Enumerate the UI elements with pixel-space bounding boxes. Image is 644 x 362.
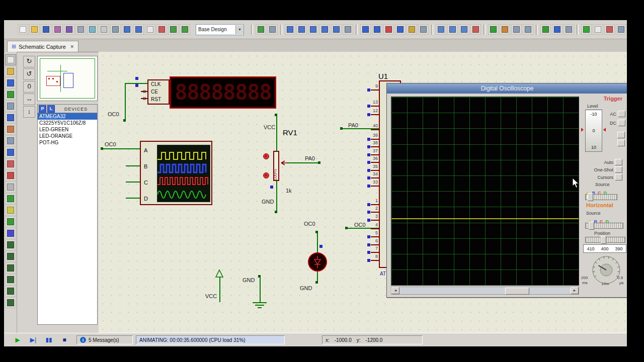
undo-icon[interactable] (360, 24, 371, 35)
import-section-icon[interactable] (52, 24, 63, 35)
instant-edit-mode-icon[interactable] (5, 135, 16, 146)
play-button[interactable]: ▶ (11, 335, 24, 344)
zoom-all-icon[interactable] (319, 24, 330, 35)
device-list-item[interactable]: ATMEGA32 (38, 113, 97, 120)
block-move-icon[interactable] (447, 24, 458, 35)
device-list-item[interactable]: C3225Y5V1C106Z/8 (38, 120, 97, 126)
design-root-dropdown[interactable]: Base Design ▾ (196, 24, 244, 35)
dropdown-arrow-icon[interactable]: ▾ (235, 25, 244, 34)
circle-2d-mode-icon[interactable] (5, 262, 16, 274)
block-delete-icon[interactable] (470, 24, 481, 35)
make-device-icon[interactable] (500, 24, 510, 35)
virtual-instrument-mode-icon[interactable] (5, 228, 16, 239)
cursors-button[interactable] (615, 174, 622, 180)
rotation-angle-field[interactable]: 0 (23, 81, 35, 93)
device-list-item[interactable]: LED-GREEN (38, 126, 97, 133)
trigger-source-slider[interactable] (585, 194, 617, 200)
waveform-generator-component[interactable]: ABCD (140, 141, 212, 205)
stop-button[interactable]: ■ (58, 335, 71, 344)
horizontal-position-values[interactable]: 410400390 (583, 244, 626, 253)
export-section-icon[interactable] (64, 24, 74, 35)
copy-clipboard-icon[interactable] (418, 24, 429, 35)
cut-icon[interactable] (383, 24, 394, 35)
tab-close-icon[interactable]: × (70, 43, 74, 50)
redo-icon[interactable] (372, 24, 382, 35)
rotate-clockwise-button[interactable]: ↻ (23, 56, 35, 67)
save-design-icon[interactable] (41, 24, 51, 35)
snap-toggle-icon[interactable] (267, 24, 278, 35)
rotate-anticlockwise-button[interactable]: ↺ (23, 68, 35, 80)
message-status[interactable]: i 5 Message(s) (76, 335, 133, 344)
pick-parts-icon[interactable] (488, 24, 499, 35)
generator-mode-icon[interactable] (5, 193, 16, 204)
scroll-track[interactable] (399, 288, 571, 294)
next-sheet-icon[interactable] (180, 24, 190, 35)
open-design-icon[interactable] (29, 24, 40, 35)
seven-seg-display[interactable]: 88888888 (170, 76, 276, 109)
device-pin-mode-icon[interactable] (5, 158, 16, 169)
design-explorer-icon[interactable] (581, 24, 592, 35)
new-sheet-icon[interactable] (145, 24, 155, 35)
zoom-sheet-icon[interactable] (343, 24, 353, 35)
auto-button[interactable] (615, 159, 622, 165)
subcircuit-mode-icon[interactable] (5, 124, 16, 135)
device-list[interactable]: ATMEGA32C3225Y5V1C106Z/8LED-GREENLED-ORA… (37, 113, 98, 325)
zoom-in-icon[interactable] (296, 24, 307, 35)
new-root-sheet-icon[interactable] (593, 24, 603, 35)
toggle-false-origin-icon[interactable] (122, 24, 132, 35)
scroll-left-icon[interactable]: ◄ (391, 287, 399, 294)
oscilloscope-titlebar[interactable]: Digital Oscilloscope (387, 83, 627, 94)
line-2d-mode-icon[interactable] (5, 239, 16, 250)
zoom-out-icon[interactable] (308, 24, 318, 35)
mark-output-area-icon[interactable] (87, 24, 98, 35)
wire-label-mode-icon[interactable] (5, 89, 16, 100)
remove-sheet-icon[interactable] (604, 24, 615, 35)
scroll-thumb[interactable] (505, 288, 529, 295)
set-paper-size-icon[interactable] (99, 24, 109, 35)
view-redraw-icon[interactable] (256, 24, 266, 35)
selection-mode-icon[interactable] (5, 54, 16, 65)
schematic-canvas[interactable]: OC0OC0VCCRV1PA01kGNDPA0OC0OC0GNDGNDVCCU1… (99, 52, 627, 333)
path-2d-mode-icon[interactable] (5, 286, 16, 297)
pot-increase-button[interactable] (263, 153, 269, 159)
ac-coupling-button[interactable] (618, 111, 625, 117)
dc-coupling-button[interactable] (618, 120, 625, 126)
scroll-right-icon[interactable]: ► (571, 287, 579, 294)
print-design-icon[interactable] (75, 24, 86, 35)
packaging-tool-icon[interactable] (511, 24, 522, 35)
text-script-mode-icon[interactable] (5, 101, 16, 112)
inter-sheet-terminal-mode-icon[interactable] (5, 147, 16, 158)
wire-autorouter-icon[interactable] (540, 24, 551, 35)
one-shot-button[interactable] (615, 166, 622, 173)
toggle-grid-icon[interactable] (110, 24, 121, 35)
horizontal-position-slider[interactable] (585, 237, 625, 243)
zoom-to-child-icon[interactable] (616, 24, 626, 35)
copy-icon[interactable] (395, 24, 406, 35)
led-component[interactable] (308, 252, 327, 272)
property-assignment-icon[interactable] (564, 24, 574, 35)
tape-recorder-mode-icon[interactable] (5, 182, 16, 193)
graph-mode-icon[interactable] (5, 170, 16, 181)
x-cursor-toggle-icon[interactable] (133, 24, 144, 35)
oscilloscope-window[interactable]: Digital Oscilloscope Trigger Level -1001… (386, 83, 627, 298)
box-2d-mode-icon[interactable] (5, 251, 16, 262)
horizontal-source-slider[interactable] (585, 223, 623, 229)
pot-decrease-button[interactable] (263, 172, 269, 178)
device-list-item[interactable]: POT-HG (38, 139, 97, 146)
new-design-icon[interactable] (18, 24, 28, 35)
mirror-horizontal-button[interactable]: ↔ (23, 94, 35, 105)
overview-minimap[interactable] (37, 56, 98, 101)
block-copy-icon[interactable] (436, 24, 446, 35)
mirror-vertical-button[interactable]: ↕ (23, 106, 35, 118)
text-2d-mode-icon[interactable] (5, 297, 16, 308)
trigger-level-wheel[interactable]: -10010 (585, 110, 602, 152)
pick-devices-button[interactable]: P (39, 105, 46, 113)
delete-sheet-icon[interactable] (156, 24, 167, 35)
library-manager-button[interactable]: L (47, 105, 55, 113)
pause-button[interactable]: ▮▮ (42, 335, 55, 344)
search-tag-icon[interactable] (552, 24, 562, 35)
device-list-item[interactable]: LED-ORANGE (38, 133, 97, 139)
previous-sheet-icon[interactable] (168, 24, 179, 35)
buses-mode-icon[interactable] (5, 112, 16, 123)
seven-seg-pinbox[interactable]: CLK CE RST (147, 79, 170, 105)
